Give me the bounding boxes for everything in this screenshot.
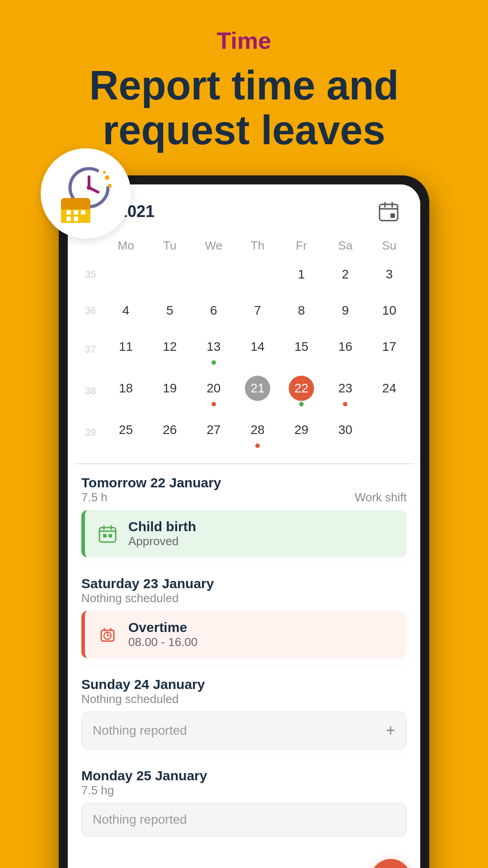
phone-screen: Jan 2021 Mo Tu (68, 184, 420, 868)
cal-day-23[interactable]: 23 (324, 371, 367, 411)
childbirth-status: Approved (128, 534, 196, 548)
week-num-38: 38 (77, 371, 104, 411)
day-label-we: We (192, 234, 235, 257)
cal-day-8[interactable]: 8 (280, 293, 324, 328)
app-label: Time (27, 27, 461, 54)
schedule-container: Tomorrow 22 January 7.5 h Work shift (68, 464, 420, 868)
add-report-icon-24[interactable]: + (386, 721, 395, 740)
cal-day-27[interactable]: 27 (192, 413, 235, 453)
work-shift-label-22: Work shift (355, 491, 407, 505)
overtime-title: Overtime (128, 620, 197, 635)
day-title-24: Sunday 24 January (81, 677, 407, 692)
cal-day-12[interactable]: 12 (148, 330, 192, 369)
cal-day-25[interactable]: 25 (104, 413, 148, 453)
cal-day-6[interactable]: 6 (192, 293, 235, 328)
page-title: Report time andrequest leaves (27, 63, 461, 153)
cal-day-5[interactable]: 5 (148, 293, 192, 328)
calendar-row-week38: 38 18 19 20 21 22 23 24 (77, 371, 411, 411)
cal-day-14[interactable]: 14 (235, 330, 279, 369)
calendar-row-week36: 36 4 5 6 7 8 9 10 (77, 293, 411, 328)
cal-day-13[interactable]: 13 (192, 330, 235, 369)
cal-day-19[interactable]: 19 (148, 371, 192, 411)
day-label-sa: Sa (324, 234, 367, 257)
calendar-days-header: Mo Tu We Th Fr Sa Su (68, 234, 420, 257)
svg-rect-21 (99, 528, 116, 542)
nothing-reported-label-24: Nothing reported (93, 723, 187, 738)
day-label-th: Th (235, 234, 279, 257)
day-title-23: Saturday 23 January (81, 576, 407, 591)
cal-day-24[interactable]: 24 (367, 371, 411, 411)
svg-rect-20 (390, 213, 395, 218)
day-sub-23: Nothing scheduled (81, 591, 178, 605)
nothing-reported-24[interactable]: Nothing reported + (81, 712, 407, 750)
day-label-tu: Tu (148, 234, 192, 257)
day-sub-25: 7.5 hg (81, 783, 114, 797)
overtime-icon (96, 623, 119, 646)
svg-rect-15 (74, 217, 78, 221)
svg-rect-11 (66, 210, 71, 215)
calendar-row-week35: 35 1 2 3 (77, 257, 411, 292)
cal-day-21[interactable]: 21 (235, 371, 279, 411)
cal-day-7[interactable]: 7 (235, 293, 279, 328)
calendar-view-toggle[interactable] (375, 198, 402, 225)
cal-day-9[interactable]: 9 (324, 293, 367, 328)
svg-rect-25 (103, 534, 107, 538)
phone-frame: Jan 2021 Mo Tu (59, 175, 429, 868)
day-label-fr: Fr (280, 234, 324, 257)
calendar-row-week37: 37 11 12 13 14 15 16 17 (77, 330, 411, 369)
svg-point-5 (108, 184, 112, 188)
day-section-24: Sunday 24 January Nothing scheduled Noth… (81, 666, 407, 757)
childbirth-icon (96, 522, 119, 546)
day-section-22: Tomorrow 22 January 7.5 h Work shift (81, 464, 407, 565)
cal-day-29[interactable]: 29 (280, 413, 324, 453)
calendar-grid: 35 1 2 3 36 4 5 6 7 (68, 257, 420, 463)
svg-rect-26 (108, 534, 112, 538)
svg-point-3 (87, 185, 91, 190)
event-card-childbirth[interactable]: Child birth Approved (81, 510, 407, 557)
svg-point-4 (105, 175, 109, 180)
svg-rect-10 (61, 198, 90, 209)
week-num-37: 37 (77, 330, 104, 369)
cal-day-28[interactable]: 28 (235, 413, 279, 453)
childbirth-title: Child birth (128, 519, 196, 534)
calendar-row-week39: 39 25 26 27 28 29 30 (77, 413, 411, 453)
day-label-su: Su (367, 234, 411, 257)
day-section-25: Monday 25 January 7.5 hg Nothing reporte… (81, 757, 407, 868)
day-label-mo: Mo (104, 234, 148, 257)
event-card-overtime[interactable]: Overtime 08.00 - 16.00 (81, 611, 407, 658)
cal-day-17[interactable]: 17 (367, 330, 411, 369)
nothing-reported-25[interactable]: Nothing reported (81, 803, 407, 836)
nothing-reported-label-25: Nothing reported (93, 812, 187, 827)
cal-day-15[interactable]: 15 (280, 330, 324, 369)
cal-day-30[interactable]: 30 (324, 413, 367, 453)
day-title-25: Monday 25 January (81, 768, 407, 783)
day-title-22: Tomorrow 22 January (81, 475, 407, 491)
svg-rect-12 (74, 210, 78, 215)
cal-day-10[interactable]: 10 (367, 293, 411, 328)
cal-day-16[interactable]: 16 (324, 330, 367, 369)
week-num-36: 36 (77, 293, 104, 328)
cal-day-2[interactable]: 2 (324, 257, 367, 292)
week-num-39: 39 (77, 413, 104, 453)
svg-rect-16 (380, 204, 398, 221)
cal-day-22[interactable]: 22 (280, 371, 324, 411)
svg-rect-14 (66, 217, 71, 221)
cal-day-4[interactable]: 4 (104, 293, 148, 328)
cal-day-20[interactable]: 20 (192, 371, 235, 411)
svg-point-6 (103, 171, 106, 174)
app-icon (41, 148, 131, 239)
svg-rect-13 (81, 210, 85, 215)
cal-day-18[interactable]: 18 (104, 371, 148, 411)
week-num-35: 35 (77, 257, 104, 292)
day-sub-24: Nothing scheduled (81, 692, 178, 706)
cal-day-1[interactable]: 1 (280, 257, 324, 292)
cal-day-11[interactable]: 11 (104, 330, 148, 369)
day-hours-22: 7.5 h (81, 491, 108, 505)
cal-day-3[interactable]: 3 (367, 257, 411, 292)
day-section-23: Saturday 23 January Nothing scheduled (81, 565, 407, 666)
cal-day-26[interactable]: 26 (148, 413, 192, 453)
overtime-hours: 08.00 - 16.00 (128, 635, 197, 649)
